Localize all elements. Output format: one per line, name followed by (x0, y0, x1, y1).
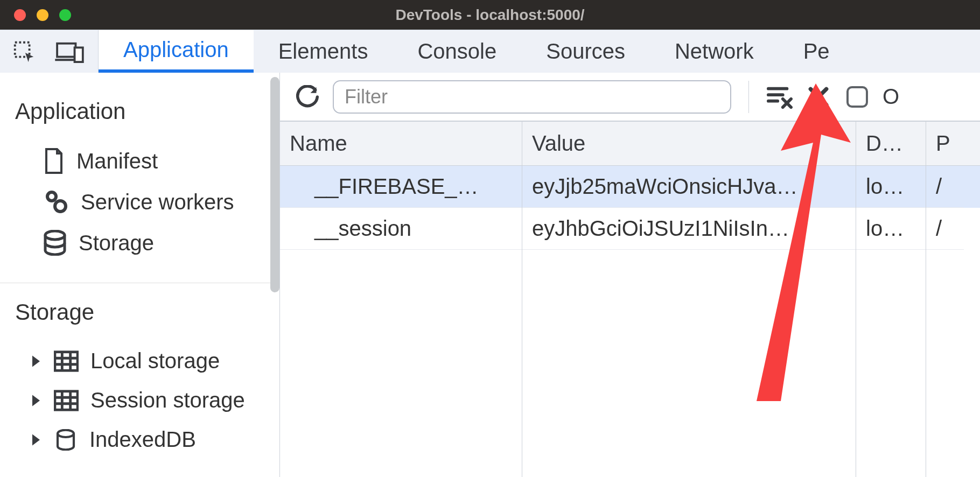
inspect-element-icon[interactable] (12, 39, 37, 64)
chevron-right-icon (30, 393, 42, 408)
column-header-value[interactable]: Value (522, 122, 856, 165)
cookies-toolbar: O (280, 73, 980, 121)
database-icon (43, 230, 67, 256)
sidebar-item-label: IndexedDB (89, 427, 196, 452)
cell-path: / (926, 208, 964, 250)
column-divider (522, 166, 522, 477)
sidebar-item-label: Local storage (90, 349, 220, 373)
close-window-button[interactable] (14, 9, 26, 21)
sidebar-item-local-storage[interactable]: Local storage (15, 341, 279, 381)
sidebar-item-indexeddb[interactable]: IndexedDB (15, 420, 279, 459)
table-body: __FIREBASE_… eyJjb25maWciOnsicHJva… lo… … (280, 166, 980, 477)
tab-network[interactable]: Network (650, 30, 779, 73)
svg-point-5 (55, 201, 66, 212)
sidebar-item-label: Storage (79, 231, 154, 255)
cell-value: eyJhbGciOiJSUzI1NiIsIn… (522, 208, 856, 250)
sidebar-item-session-storage[interactable]: Session storage (15, 381, 279, 420)
sidebar-item-label: Session storage (90, 388, 245, 412)
cell-path: / (926, 166, 964, 208)
only-show-cookies-checkbox[interactable] (844, 83, 871, 110)
sidebar-item-storage[interactable]: Storage (15, 222, 279, 263)
tab-sources[interactable]: Sources (521, 30, 650, 73)
table-row[interactable]: __FIREBASE_… eyJjb25maWciOnsicHJva… lo… … (280, 166, 980, 208)
sidebar-item-service-workers[interactable]: Service workers (15, 181, 279, 222)
sidebar-section-storage: Storage (15, 299, 279, 325)
tab-elements[interactable]: Elements (254, 30, 393, 73)
cell-value: eyJjb25maWciOnsicHJva… (522, 166, 856, 208)
table-icon (54, 390, 79, 411)
minimize-window-button[interactable] (37, 9, 48, 21)
column-header-name[interactable]: Name (280, 122, 522, 165)
application-sidebar: Application Manifest Service (0, 73, 280, 477)
table-header: Name Value D… P (280, 122, 980, 166)
svg-rect-1 (57, 43, 75, 57)
maximize-window-button[interactable] (59, 9, 71, 21)
svg-point-17 (58, 430, 74, 437)
svg-rect-7 (55, 352, 78, 370)
tab-application[interactable]: Application (99, 30, 254, 73)
document-icon (43, 148, 65, 174)
clear-all-icon[interactable] (766, 83, 793, 110)
tab-performance-truncated[interactable]: Pe (779, 30, 855, 73)
database-icon (54, 429, 78, 451)
chevron-right-icon (30, 354, 42, 369)
sidebar-divider (0, 283, 280, 283)
tab-console[interactable]: Console (393, 30, 521, 73)
column-header-path[interactable]: P (926, 122, 964, 165)
sidebar-section-application: Application (15, 99, 279, 124)
refresh-button[interactable] (294, 83, 321, 110)
svg-point-4 (47, 192, 56, 201)
cell-domain: lo… (856, 166, 926, 208)
device-toolbar-icon[interactable] (55, 40, 84, 63)
table-row[interactable]: __session eyJhbGciOiJSUzI1NiIsIn… lo… / (280, 208, 980, 250)
window-titlebar: DevTools - localhost:5000/ (0, 0, 980, 30)
toolbar-separator (748, 81, 749, 113)
cell-name: __FIREBASE_… (280, 166, 522, 208)
column-divider (926, 166, 926, 477)
gears-icon (43, 189, 69, 215)
svg-rect-3 (75, 47, 83, 62)
column-divider (856, 166, 856, 477)
sidebar-item-label: Service workers (81, 190, 234, 214)
traffic-lights (14, 9, 71, 21)
delete-selected-icon[interactable] (805, 83, 832, 110)
sidebar-scrollbar[interactable] (270, 77, 279, 292)
svg-rect-12 (55, 391, 78, 410)
column-header-domain[interactable]: D… (856, 122, 926, 165)
cell-domain: lo… (856, 208, 926, 250)
chevron-right-icon (30, 432, 42, 447)
sidebar-item-manifest[interactable]: Manifest (15, 141, 279, 181)
svg-point-6 (45, 231, 65, 240)
sidebar-item-label: Manifest (76, 149, 158, 173)
devtools-tabbar: Application Elements Console Sources Net… (0, 30, 980, 73)
cookies-table: Name Value D… P __FIREBASE_… eyJjb25maWc… (280, 121, 980, 477)
checkbox-label-truncated: O (883, 85, 899, 109)
window-title: DevTools - localhost:5000/ (0, 6, 980, 24)
cookies-panel: O Name Value D… P __FIREBASE_… eyJjb25ma… (280, 73, 980, 477)
cell-name: __session (280, 208, 522, 250)
table-icon (54, 350, 79, 372)
filter-input[interactable] (333, 80, 731, 114)
